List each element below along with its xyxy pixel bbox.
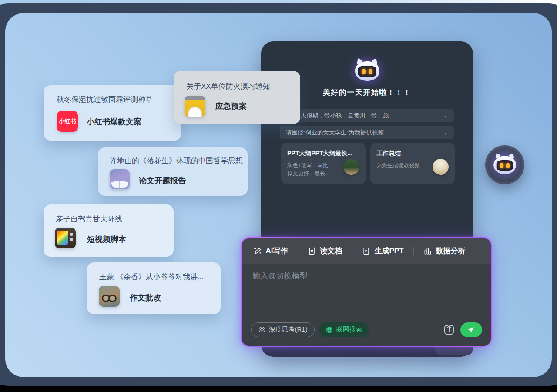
globe-icon	[325, 326, 333, 334]
prompt-card-title: PPT大纲PPT大纲最长...	[287, 150, 359, 157]
open-book-icon	[110, 169, 130, 189]
tab-label: AI写作	[266, 246, 288, 256]
prompt-card-work-summary[interactable]: 工作总结 为您生成爆款视频	[370, 143, 455, 184]
scenario-label: 小红书爆款文案	[87, 117, 141, 127]
scenario-title: 秋冬保湿抗过敏面霜评测种草	[57, 94, 153, 104]
composer-toolbar: AI写作 读文档	[242, 238, 491, 264]
web-search-label: 联网搜索	[336, 325, 362, 334]
composer-panel: AI写作 读文档	[241, 237, 492, 347]
composer-input-area	[242, 264, 491, 322]
assistant-fab-button[interactable]	[485, 145, 524, 184]
file-upload-button[interactable]	[442, 323, 456, 337]
suggestion-rows: 天假期，带小孩，云贵川一带，旅... → 请围绕“创业的女大学生”为我提供视频.…	[280, 109, 454, 143]
tab-generate-ppt[interactable]: P 生成PPT	[362, 246, 404, 256]
page: 美好的一天开始啦！！！ 天假期，带小孩，云贵川一带，旅... → 请围绕“创业的…	[0, 0, 557, 392]
baby-avatar	[433, 159, 449, 175]
arrow-right-icon[interactable]: →	[441, 112, 448, 120]
tab-read-doc[interactable]: 读文档	[308, 246, 342, 256]
scenario-title: 亲子自驾青甘大环线	[56, 214, 122, 224]
pen-sparkle-icon	[253, 247, 262, 255]
prompt-card-title: 工作总结	[376, 150, 449, 157]
scenario-card-emergency-plan[interactable]: 关于XX单位防火演习通知 应急预案	[174, 71, 300, 124]
scenario-card-xiaohongshu[interactable]: 秋冬保湿抗过敏面霜评测种草 小红书 小红书爆款文案	[44, 85, 181, 141]
prompt-cards: PPT大纲PPT大纲最长... 润色+改写，写比 原文更好，最长... 工作总结…	[281, 143, 455, 184]
prompt-card-ppt-outline[interactable]: PPT大纲PPT大纲最长... 润色+改写，写比 原文更好，最长...	[281, 143, 366, 184]
scenario-title: 王蒙 《余香》从小爷爷对我讲...	[99, 272, 204, 282]
suggestion-text: 请围绕“创业的女大学生”为我提供视频...	[286, 129, 389, 137]
suggestion-text: 天假期，带小孩，云贵川一带，旅...	[301, 112, 394, 120]
xiaohongshu-icon: 小红书	[57, 111, 78, 132]
bar-chart-icon	[423, 247, 432, 255]
divider	[413, 247, 414, 255]
scenario-card-essay-review[interactable]: 王蒙 《余香》从小爷爷对我讲... 作文批改	[87, 262, 221, 314]
prompt-card-desc: 为您生成爆款视频	[376, 161, 433, 170]
scenario-card-thesis-proposal[interactable]: 许地山的《落花生》体现的中国哲学思想 论文开题报告	[98, 147, 248, 196]
web-search-toggle[interactable]: 联网搜索	[319, 322, 369, 337]
tab-label: 生成PPT	[375, 246, 404, 256]
suggestion-row-video[interactable]: 请围绕“创业的女大学生”为我提供视频... →	[280, 126, 454, 139]
device-frame: 美好的一天开始啦！！！ 天假期，带小孩，云贵川一带，旅... → 请围绕“创业的…	[0, 3, 557, 386]
scenario-title: 许地山的《落花生》体现的中国哲学思想	[110, 156, 243, 166]
arrow-right-icon[interactable]: →	[441, 129, 448, 137]
fire-truck-icon	[185, 96, 205, 117]
ppt-doc-icon: P	[362, 247, 371, 255]
file-upload-icon	[443, 323, 456, 336]
scenario-card-short-video[interactable]: 亲子自驾青甘大环线 短视频脚本	[44, 204, 174, 257]
doc-sparkle-icon	[308, 247, 316, 255]
tab-ai-writing[interactable]: AI写作	[253, 246, 288, 256]
paper-plane-icon	[467, 326, 475, 334]
robot-mascot-icon	[355, 61, 379, 81]
atom-icon	[258, 326, 266, 334]
tab-label: 读文档	[320, 246, 342, 256]
divider	[352, 247, 352, 255]
deep-think-toggle[interactable]: 深度思考(R1)	[251, 322, 315, 337]
tab-label: 数据分析	[436, 246, 466, 256]
divider	[298, 247, 298, 255]
sprout-hand-avatar	[343, 159, 359, 175]
composer-footer: 深度思考(R1) 联网搜索	[242, 322, 491, 346]
tab-data-analysis[interactable]: 数据分析	[423, 246, 466, 256]
scenario-label: 作文批改	[130, 292, 161, 303]
composer-input[interactable]	[253, 271, 480, 322]
robot-mascot-icon	[493, 156, 516, 174]
retro-tv-icon	[55, 228, 76, 248]
scenario-label: 短视频脚本	[87, 234, 126, 245]
scenario-label: 应急预案	[215, 101, 247, 111]
app-screen: 美好的一天开始啦！！！ 天假期，带小孩，云贵川一带，旅... → 请围绕“创业的…	[5, 13, 552, 377]
send-button[interactable]	[460, 322, 482, 337]
scenario-title: 关于XX单位防火演习通知	[186, 81, 270, 91]
glasses-book-icon	[99, 286, 120, 307]
deep-think-label: 深度思考(R1)	[269, 325, 308, 334]
prompt-card-desc: 润色+改写，写比 原文更好，最长...	[287, 161, 344, 178]
suggestion-row-travel[interactable]: 天假期，带小孩，云贵川一带，旅... →	[280, 109, 454, 122]
svg-text:P: P	[365, 249, 367, 253]
scenario-label: 论文开题报告	[139, 175, 186, 186]
